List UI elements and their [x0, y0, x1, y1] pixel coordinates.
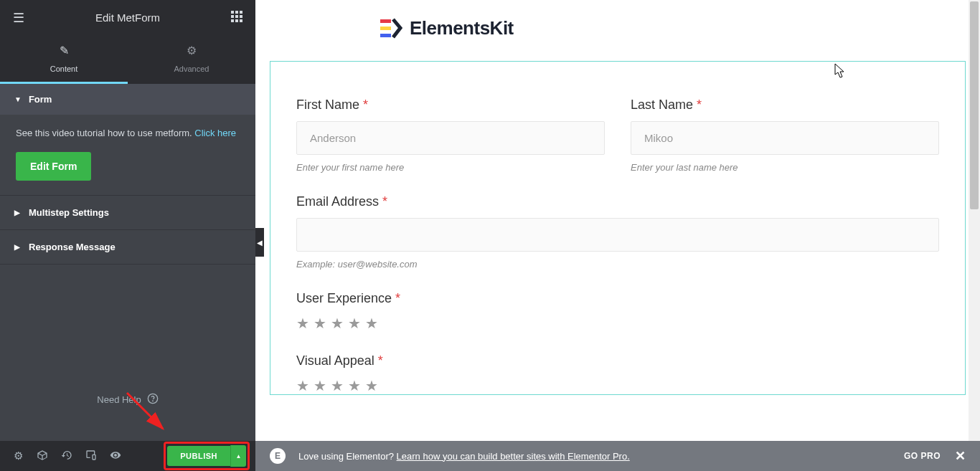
last-name-input[interactable]	[631, 121, 939, 155]
field-ux: User Experience * ★ ★ ★ ★ ★	[296, 291, 939, 332]
tutorial-link[interactable]: Click here	[194, 128, 236, 138]
required-asterisk: *	[378, 353, 383, 368]
svg-rect-14	[380, 34, 391, 37]
scrollbar-thumb[interactable]	[970, 1, 979, 209]
form-container[interactable]: First Name * Enter your first name here …	[270, 61, 966, 395]
field-email: Email Address * Example: user@website.co…	[296, 194, 939, 270]
publish-options-caret[interactable]: ▲	[230, 445, 246, 467]
last-name-label: Last Name *	[631, 97, 939, 113]
field-last-name: Last Name * Enter your last name here	[631, 97, 939, 173]
settings-icon[interactable]: ⚙	[6, 449, 30, 462]
email-input[interactable]	[296, 218, 939, 252]
svg-rect-13	[380, 27, 391, 30]
sidebar-footer: ⚙ PUBLISH ▲	[0, 441, 255, 471]
apps-grid-icon[interactable]	[225, 5, 248, 31]
first-name-help: Enter your first name here	[296, 162, 605, 173]
last-name-label-text: Last Name	[631, 97, 693, 112]
first-name-label: First Name *	[296, 97, 605, 113]
publish-highlight: PUBLISH ▲	[164, 442, 250, 470]
hamburger-icon[interactable]: ☰	[7, 4, 30, 32]
need-help-label: Need Help	[97, 394, 141, 405]
tab-advanced[interactable]: ⚙ Advanced	[128, 35, 255, 84]
elementor-logo-icon: E	[270, 448, 286, 464]
required-asterisk: *	[363, 97, 368, 112]
caret-right-icon: ▶	[14, 209, 20, 217]
svg-rect-8	[240, 19, 242, 22]
preview-area: ElementsKit First Name * Enter your firs…	[255, 0, 980, 471]
logo-mark-icon	[380, 17, 402, 39]
required-asterisk: *	[697, 97, 702, 112]
star-icon[interactable]: ★	[348, 377, 361, 394]
star-icon[interactable]: ★	[331, 377, 344, 394]
svg-point-10	[152, 401, 153, 401]
sidebar-collapse-handle[interactable]: ◀	[255, 228, 264, 257]
panel-response[interactable]: ▶ Response Message	[0, 230, 255, 265]
edit-form-button[interactable]: Edit Form	[16, 152, 91, 181]
editor-sidebar: ☰ Edit MetForm ✎ Content ⚙ Advanced ▼ Fo…	[0, 0, 255, 471]
svg-rect-3	[231, 15, 234, 18]
responsive-icon[interactable]	[79, 449, 103, 463]
star-icon[interactable]: ★	[314, 315, 326, 332]
svg-rect-2	[240, 11, 242, 14]
email-help: Example: user@website.com	[296, 259, 939, 270]
caret-down-icon: ▼	[14, 95, 22, 103]
tab-content[interactable]: ✎ Content	[0, 35, 128, 84]
svg-rect-7	[235, 19, 238, 22]
panel-form-heading[interactable]: ▼ Form	[0, 84, 255, 115]
first-name-input[interactable]	[296, 121, 605, 155]
navigator-icon[interactable]	[30, 449, 55, 463]
publish-button[interactable]: PUBLISH	[167, 446, 230, 466]
logo: ElementsKit	[380, 17, 966, 39]
go-pro-button[interactable]: GO PRO	[904, 451, 941, 461]
pencil-icon: ✎	[0, 44, 128, 57]
panel-response-label: Response Message	[29, 242, 116, 252]
sidebar-tabs: ✎ Content ⚙ Advanced	[0, 35, 255, 84]
last-name-help: Enter your last name here	[631, 162, 939, 173]
panel-form-label: Form	[29, 94, 52, 105]
promo-text: Love using Elementor? Learn how you can …	[298, 451, 630, 462]
star-icon[interactable]: ★	[314, 377, 326, 394]
promo-link[interactable]: Learn how you can build better sites wit…	[397, 451, 630, 462]
panel-form-body: See this video tutorial how to use metfo…	[0, 115, 255, 195]
svg-rect-12	[380, 19, 391, 23]
star-icon[interactable]: ★	[296, 315, 309, 332]
preview-eye-icon[interactable]	[103, 449, 128, 463]
star-icon[interactable]: ★	[365, 377, 378, 394]
caret-right-icon: ▶	[14, 243, 20, 251]
visual-label: Visual Appeal *	[296, 353, 939, 368]
required-asterisk: *	[382, 194, 387, 209]
star-icon[interactable]: ★	[348, 315, 361, 332]
first-name-label-text: First Name	[296, 97, 359, 112]
ux-label-text: User Experience	[296, 291, 392, 305]
need-help[interactable]: Need Help	[0, 371, 255, 428]
svg-rect-0	[231, 11, 234, 14]
tutorial-intro: See this video tutorial how to use metfo…	[16, 128, 194, 138]
scrollbar[interactable]	[969, 0, 980, 471]
history-icon[interactable]	[55, 449, 79, 463]
email-label-text: Email Address	[296, 194, 379, 209]
promo-intro: Love using Elementor?	[298, 451, 397, 462]
star-icon[interactable]: ★	[331, 315, 344, 332]
svg-rect-6	[231, 19, 234, 22]
star-icon[interactable]: ★	[296, 377, 309, 394]
field-visual: Visual Appeal * ★ ★ ★ ★ ★	[296, 353, 939, 394]
close-icon[interactable]: ✕	[955, 448, 966, 464]
sidebar-header: ☰ Edit MetForm	[0, 0, 255, 35]
svg-rect-5	[240, 15, 242, 18]
promo-bar: E Love using Elementor? Learn how you ca…	[255, 441, 980, 471]
star-icon[interactable]: ★	[365, 315, 378, 332]
required-asterisk: *	[395, 291, 400, 305]
tutorial-text: See this video tutorial how to use metfo…	[16, 126, 240, 141]
visual-rating: ★ ★ ★ ★ ★	[296, 377, 939, 394]
sidebar-title: Edit MetForm	[95, 11, 160, 24]
tab-advanced-label: Advanced	[174, 65, 209, 73]
tab-content-label: Content	[50, 65, 78, 73]
visual-label-text: Visual Appeal	[296, 353, 374, 368]
help-circle-icon	[147, 393, 159, 406]
panel-multistep[interactable]: ▶ Multistep Settings	[0, 196, 255, 230]
ux-rating: ★ ★ ★ ★ ★	[296, 315, 939, 332]
panel-multistep-label: Multistep Settings	[29, 207, 109, 218]
gear-icon: ⚙	[128, 44, 255, 57]
panel-form: ▼ Form See this video tutorial how to us…	[0, 84, 255, 196]
logo-text: ElementsKit	[410, 17, 514, 39]
